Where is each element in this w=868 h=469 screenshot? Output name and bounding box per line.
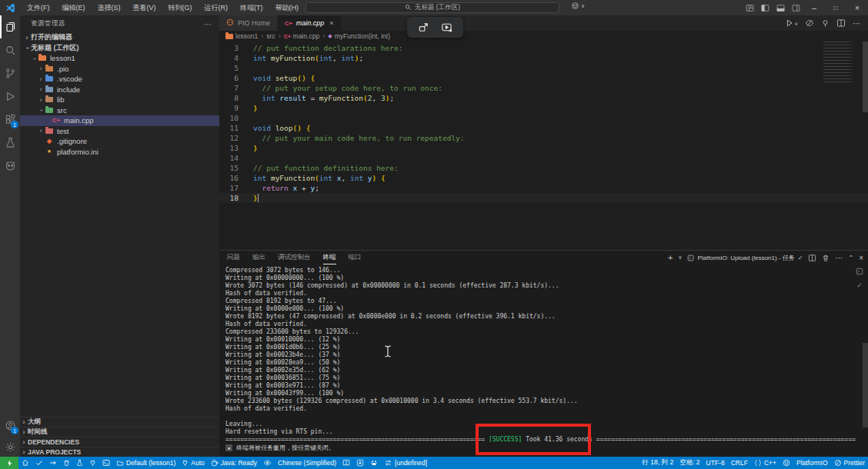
- close-button[interactable]: ×: [846, 0, 868, 15]
- toggle-panel-icon[interactable]: [776, 4, 785, 12]
- serial-port[interactable]: Auto: [179, 457, 208, 469]
- indentation[interactable]: 空格: 2: [676, 457, 703, 469]
- breadcrumb-item[interactable]: C+main.cpp: [284, 32, 320, 40]
- sidebar-section-DEPENDENCIES[interactable]: ›DEPENDENCIES: [20, 437, 219, 447]
- tree-item-test[interactable]: ›test: [20, 126, 219, 137]
- breadcrumb[interactable]: lesson1›src›C+main.cpp›◆myFunction(int, …: [219, 31, 868, 42]
- tree-item-platformio.ini[interactable]: ›●platformio.ini: [20, 147, 219, 158]
- menu-item[interactable]: 查看(V): [128, 2, 162, 15]
- extensions-icon[interactable]: 1: [0, 108, 20, 131]
- search-icon[interactable]: [0, 38, 20, 62]
- tree-item-lesson1[interactable]: ›lesson1: [20, 53, 219, 64]
- breadcrumb-item[interactable]: src: [266, 32, 275, 40]
- forward-icon[interactable]: →: [289, 2, 302, 11]
- language-mode[interactable]: C++: [751, 457, 780, 469]
- extension-badge-icon[interactable]: [353, 457, 367, 469]
- menu-item[interactable]: 选择(S): [92, 2, 126, 15]
- pio-build-button[interactable]: [32, 457, 46, 469]
- pio-upload-button[interactable]: [46, 457, 60, 469]
- eol[interactable]: CRLF: [728, 457, 751, 469]
- split-terminal-icon[interactable]: [808, 254, 816, 262]
- prettier-status[interactable]: Prettier: [831, 457, 868, 469]
- terminal-instance-icon[interactable]: [856, 268, 863, 275]
- terminal-dropdown-icon[interactable]: ∨: [678, 254, 682, 261]
- project-environment[interactable]: Default (lesson1): [113, 457, 179, 469]
- tree-item-打开的编辑器[interactable]: ›打开的编辑器: [20, 32, 219, 43]
- breadcrumb-item[interactable]: ◆myFunction(int, int): [328, 32, 390, 40]
- menu-item[interactable]: 编辑(E): [57, 2, 91, 15]
- cursor-position[interactable]: 行 18, 列 2: [639, 457, 677, 469]
- menu-item[interactable]: 文件(F): [22, 2, 55, 15]
- toggle-sidebar-icon[interactable]: [761, 4, 770, 12]
- platformio-status[interactable]: PlatformIO: [793, 457, 831, 469]
- pin-icon[interactable]: [821, 19, 830, 28]
- menu-item[interactable]: 终端(T): [235, 2, 269, 15]
- run-button[interactable]: ∨: [785, 18, 798, 28]
- terminal-instances-list[interactable]: ✓: [856, 268, 863, 289]
- run-debug-icon[interactable]: [0, 85, 20, 108]
- pio-home-button[interactable]: [18, 457, 32, 469]
- back-icon[interactable]: ←: [275, 2, 288, 11]
- minimap[interactable]: [823, 42, 857, 85]
- pio-test-button[interactable]: [73, 457, 86, 469]
- tab-main.cpp[interactable]: C+main.cpp×: [278, 15, 342, 31]
- sidebar-more-icon[interactable]: ⋯: [204, 20, 212, 28]
- editor-scrollbar[interactable]: [863, 42, 868, 112]
- close-icon[interactable]: ×: [329, 19, 333, 27]
- account-icon[interactable]: 1: [0, 414, 20, 437]
- remote-indicator[interactable]: [0, 457, 18, 469]
- tree-item-main.cpp[interactable]: ›C+main.cpp: [20, 115, 219, 126]
- minimize-button[interactable]: –: [803, 0, 825, 15]
- tree-item-.gitignore[interactable]: ›◆.gitignore: [20, 136, 219, 147]
- record-video-button[interactable]: [441, 22, 452, 33]
- new-terminal-icon[interactable]: +: [668, 253, 673, 262]
- code-editor[interactable]: 3// put function declarations here:4int …: [219, 42, 868, 203]
- test-flask-icon[interactable]: [0, 131, 20, 154]
- tree-item-.pio[interactable]: ›.pio: [20, 64, 219, 75]
- menu-item[interactable]: 转到(G): [163, 2, 198, 15]
- explorer-icon[interactable]: [0, 15, 20, 38]
- command-center[interactable]: 无标题 (工作区): [305, 2, 559, 13]
- source-control-icon[interactable]: [0, 62, 20, 85]
- breadcrumb-item[interactable]: lesson1: [225, 32, 258, 40]
- settings-gear-icon[interactable]: [0, 437, 20, 457]
- sidebar-section-JAVA PROJECTS[interactable]: ›JAVA PROJECTS: [20, 447, 219, 457]
- tree-item-src[interactable]: ›src: [20, 105, 219, 116]
- close-panel-icon[interactable]: ×: [859, 254, 863, 262]
- tree-item-.vscode[interactable]: ›.vscode: [20, 74, 219, 85]
- panel-tab-终端[interactable]: 终端: [323, 251, 336, 264]
- dictionary-icon[interactable]: [339, 457, 353, 469]
- panel-tab-问题[interactable]: 问题: [227, 251, 240, 264]
- customize-layout-icon[interactable]: [746, 4, 754, 12]
- extension-paw-icon[interactable]: [367, 457, 381, 469]
- feedback-smiley[interactable]: [780, 457, 793, 469]
- terminal-instance-item[interactable]: PlatformIO: Upload (lesson1) - 任务 ✓: [687, 254, 803, 262]
- tree-item-无标题 (工作区)[interactable]: ›无标题 (工作区): [20, 43, 219, 54]
- sidebar-section-时间线[interactable]: ›时间线: [20, 427, 219, 437]
- terminal-scrollbar[interactable]: [863, 343, 868, 427]
- platformio-icon[interactable]: [0, 154, 20, 177]
- panel-tab-端口[interactable]: 端口: [349, 251, 362, 264]
- sidebar-section-大纲[interactable]: ›大纲: [20, 417, 219, 427]
- tree-item-lib[interactable]: ›lib: [20, 95, 219, 105]
- hide-inline-icon[interactable]: [805, 18, 814, 28]
- encoding[interactable]: UTF-8: [703, 457, 728, 469]
- capture-region-button[interactable]: [418, 22, 429, 33]
- panel-tab-调试控制台[interactable]: 调试控制台: [278, 251, 311, 264]
- tree-item-include[interactable]: ›include: [20, 85, 219, 95]
- copilot-menu-button[interactable]: ∨: [571, 2, 585, 10]
- java-status[interactable]: Java: Ready: [208, 457, 260, 469]
- menu-item[interactable]: 运行(R): [199, 2, 234, 15]
- split-editor-icon[interactable]: [836, 18, 846, 28]
- eye-toggle[interactable]: [260, 457, 275, 469]
- panel-tab-输出[interactable]: 输出: [252, 251, 265, 264]
- more-actions-icon[interactable]: ⋯: [853, 19, 860, 28]
- maximize-panel-icon[interactable]: ⌃: [848, 254, 853, 261]
- tab-PIO Home[interactable]: PIO Home: [219, 15, 278, 31]
- panel-more-icon[interactable]: ⋯: [835, 254, 843, 262]
- pio-clean-button[interactable]: [60, 457, 73, 469]
- new-terminal-button[interactable]: [99, 457, 113, 469]
- kill-terminal-icon[interactable]: [822, 254, 830, 262]
- toggle-secondary-sidebar-icon[interactable]: [792, 4, 800, 12]
- maximize-button[interactable]: □: [825, 0, 846, 15]
